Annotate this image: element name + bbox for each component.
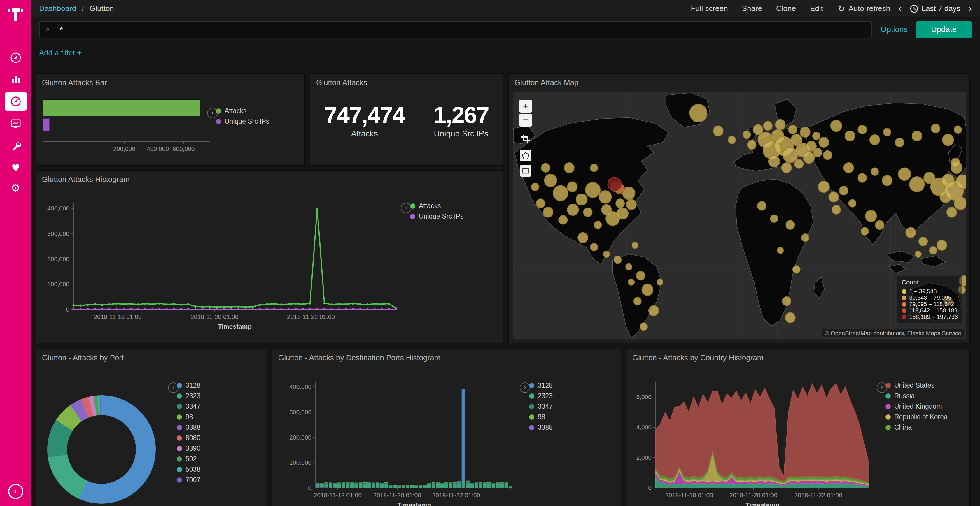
legend-item[interactable]: 2323 <box>529 392 553 400</box>
svg-text:300,000: 300,000 <box>47 230 69 237</box>
panel-country-histogram: Glutton - Attacks by Country Histogram 0… <box>626 349 970 506</box>
time-back-button[interactable]: ‹ <box>898 3 902 13</box>
query-input[interactable]: >_ * <box>39 21 872 38</box>
legend-item[interactable]: 3388 <box>177 424 200 431</box>
polygon-tool-button[interactable] <box>520 150 531 162</box>
attacks-bar-legend: AttacksUnique Src IPs <box>216 107 269 125</box>
svg-text:2018-11-22 01:00: 2018-11-22 01:00 <box>287 313 335 320</box>
sidebar-item-management[interactable]: ⚙ <box>5 179 27 197</box>
metric-unique-src-ips: 1,267 Unique Src IPs <box>433 102 489 138</box>
crop-tool-icon[interactable] <box>520 133 531 146</box>
sidebar-item-visualize[interactable] <box>5 71 27 88</box>
bar-chart-icon <box>10 73 21 85</box>
sidebar-item-dashboard[interactable] <box>5 92 27 111</box>
sidebar-item-dev-tools[interactable] <box>5 136 27 154</box>
collapse-arrow-icon: ‹ <box>8 484 23 499</box>
legend-color-dot <box>177 393 182 399</box>
legend-item[interactable]: Attacks <box>216 107 269 115</box>
legend-label: 7007 <box>186 476 200 484</box>
svg-text:100,000: 100,000 <box>47 281 69 287</box>
legend-item[interactable]: Attacks <box>410 202 463 210</box>
panel-dest-ports-histogram: Glutton - Attacks by Destination Ports H… <box>272 349 621 506</box>
console-prompt-icon: >_ <box>46 25 54 33</box>
legend-item[interactable]: 1 – 39,548 <box>902 288 958 294</box>
rectangle-tool-button[interactable] <box>520 165 531 177</box>
legend-label: 1 – 39,548 <box>909 288 937 294</box>
nav-full-screen-button[interactable]: Full screen <box>690 4 728 13</box>
map-attribution[interactable]: © OpenStreetMap contributors, Elastic Ma… <box>822 329 964 337</box>
legend-item[interactable]: 39,548 – 79,095 <box>902 294 958 301</box>
legend-item[interactable]: 2323 <box>177 392 200 400</box>
legend-item[interactable]: 118,642 – 158,189 <box>902 307 958 314</box>
attack-map[interactable]: + − <box>513 92 966 339</box>
legend-item[interactable]: 98 <box>529 413 553 421</box>
legend-toggle-icon[interactable]: › <box>401 203 411 213</box>
legend-item[interactable]: 5038 <box>177 466 200 473</box>
legend-item[interactable]: 79,095 – 118,642 <box>902 301 958 307</box>
legend-label: 2323 <box>186 392 200 400</box>
nav-share-button[interactable]: Share <box>742 4 762 13</box>
nav-clone-button[interactable]: Clone <box>776 4 796 13</box>
svg-text:2018-11-22 01:00: 2018-11-22 01:00 <box>432 492 480 498</box>
brand-logo[interactable] <box>0 6 31 22</box>
legend-color-dot <box>529 383 535 388</box>
map-legend-title: Count <box>902 279 958 286</box>
legend-item[interactable]: 3347 <box>177 403 200 411</box>
sidebar-item-discover[interactable] <box>5 49 27 67</box>
kibana-app: ⚙ ‹ Dashboard / Glutton Full screenShare… <box>0 0 980 506</box>
legend-item[interactable]: Republic of Korea <box>886 413 948 421</box>
sidebar-collapse-button[interactable]: ‹ <box>0 484 31 499</box>
svg-text:2,000: 2,000 <box>636 454 652 461</box>
legend-item[interactable]: Russia <box>886 392 948 400</box>
legend-item[interactable]: 3128 <box>529 382 553 389</box>
add-filter-link[interactable]: Add a filter+ <box>39 48 82 57</box>
metric-value: 747,474 <box>325 102 404 128</box>
svg-text:2018-11-18 01:00: 2018-11-18 01:00 <box>94 313 142 320</box>
legend-item[interactable]: 3128 <box>177 382 200 389</box>
legend-item[interactable]: 502 <box>177 455 200 463</box>
nav-edit-button[interactable]: Edit <box>810 4 823 13</box>
panel-title: Glutton Attacks <box>310 74 503 91</box>
legend-color-dot <box>177 435 182 441</box>
legend-color-dot <box>216 108 221 114</box>
svg-text:Timestamp: Timestamp <box>746 501 780 506</box>
sidebar-item-timelion[interactable] <box>5 115 27 132</box>
zoom-in-button[interactable]: + <box>519 100 532 113</box>
sidebar-item-monitoring[interactable] <box>5 158 27 176</box>
legend-item[interactable]: Unique Src IPs <box>216 118 269 125</box>
legend-item[interactable]: 3390 <box>177 445 200 452</box>
options-link[interactable]: Options <box>881 25 908 34</box>
legend-item[interactable]: 98 <box>177 413 200 421</box>
breadcrumb-dashboard-link[interactable]: Dashboard <box>39 4 76 13</box>
legend-item[interactable]: China <box>886 424 948 431</box>
legend-item[interactable]: United States <box>886 382 948 389</box>
legend-label: 3388 <box>538 424 553 431</box>
breadcrumb-separator: / <box>82 4 84 13</box>
svg-text:0: 0 <box>648 484 652 491</box>
plus-icon: + <box>77 48 81 57</box>
donut-hole <box>67 415 136 484</box>
legend-item[interactable]: 3388 <box>529 424 553 431</box>
legend-color-dot <box>177 477 182 483</box>
zoom-out-button[interactable]: − <box>519 114 532 127</box>
legend-label: Unique Src IPs <box>419 213 463 220</box>
time-picker-button[interactable]: Last 7 days <box>910 4 961 13</box>
legend-color-dot <box>177 457 182 462</box>
time-forward-button[interactable]: › <box>969 3 972 13</box>
update-button[interactable]: Update <box>916 21 972 38</box>
legend-item[interactable]: 3347 <box>529 403 553 411</box>
legend-color-dot <box>177 446 182 451</box>
auto-refresh-button[interactable]: ↻ Auto-refresh <box>838 4 891 13</box>
legend-item[interactable]: 7007 <box>177 476 200 484</box>
svg-text:2018-11-20 01:00: 2018-11-20 01:00 <box>729 492 777 498</box>
legend-toggle-icon[interactable]: › <box>520 382 530 393</box>
legend-item[interactable]: United Kingdom <box>886 403 948 411</box>
legend-color-dot <box>886 383 891 388</box>
query-text: * <box>60 25 63 34</box>
legend-item[interactable]: 158,189 – 197,736 <box>902 314 958 320</box>
legend-item[interactable]: Unique Src IPs <box>410 213 463 220</box>
legend-color-dot <box>410 214 415 219</box>
legend-item[interactable]: 8080 <box>177 434 200 442</box>
svg-text:200,000: 200,000 <box>290 434 312 441</box>
legend-color-dot <box>529 425 535 430</box>
